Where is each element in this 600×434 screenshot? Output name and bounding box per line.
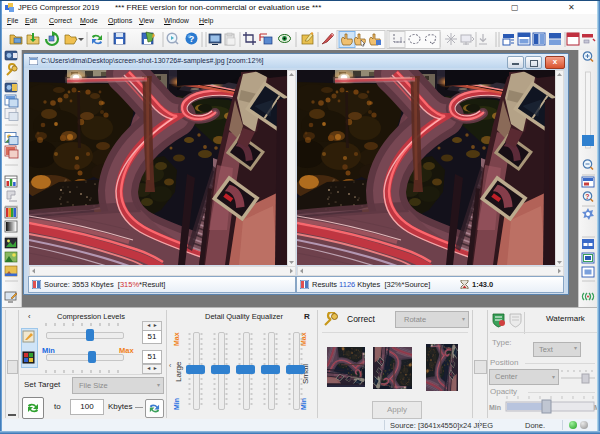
svg-text:?: ? bbox=[189, 34, 195, 44]
svg-text:?: ? bbox=[585, 193, 589, 200]
